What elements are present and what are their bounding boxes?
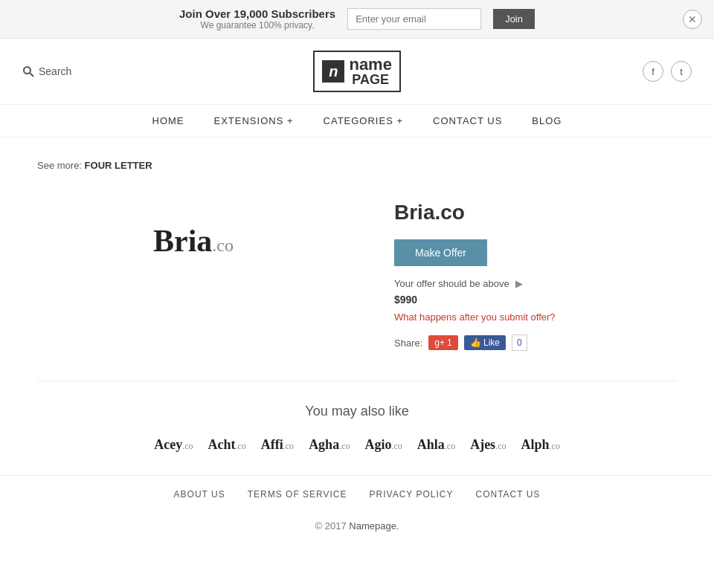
- see-more: See more: FOUR LETTER: [37, 160, 677, 171]
- gplus-icon: g+: [434, 337, 445, 348]
- domain-info: Bria.co Make Offer Your offer should be …: [394, 193, 677, 351]
- banner-subtitle: We guarantee 100% privacy.: [179, 20, 335, 30]
- search-icon: [22, 65, 34, 77]
- footer-copy: © 2017 Namepage.: [0, 513, 714, 546]
- footer-link-privacy[interactable]: PRIVACY POLICY: [370, 489, 454, 500]
- close-banner-button[interactable]: ✕: [683, 10, 702, 29]
- list-item[interactable]: Agio.co: [364, 437, 402, 453]
- offer-note: Your offer should be above ▶: [394, 278, 677, 289]
- nav-blog[interactable]: BLOG: [532, 115, 562, 126]
- list-item[interactable]: Alph.co: [521, 437, 559, 453]
- footer-links: ABOUT USTERMS OF SERVICEPRIVACY POLICYCO…: [0, 475, 714, 513]
- email-input[interactable]: [347, 8, 481, 30]
- main-nav: HOME EXTENSIONS + CATEGORIES + CONTACT U…: [0, 105, 714, 138]
- list-item[interactable]: Acey.co: [154, 437, 193, 453]
- top-banner: Join Over 19,000 Subscribers We guarante…: [0, 0, 714, 39]
- offer-arrow-icon: ▶: [515, 278, 523, 289]
- svg-point-0: [24, 67, 30, 74]
- list-item[interactable]: Ajes.co: [470, 437, 506, 453]
- copyright-year: © 2017: [315, 520, 347, 532]
- footer-link-contact[interactable]: CONTACT US: [475, 489, 540, 500]
- nav-extensions[interactable]: EXTENSIONS +: [214, 115, 294, 126]
- offer-price: $990: [394, 294, 677, 306]
- facebook-like-button[interactable]: 👍 Like: [464, 335, 506, 350]
- banner-text: Join Over 19,000 Subscribers We guarante…: [179, 7, 335, 30]
- domain-logo-text: Bria.co: [153, 223, 234, 259]
- also-like-heading: You may also like: [37, 404, 677, 419]
- search-area[interactable]: Search: [22, 65, 71, 77]
- footer-link-tos[interactable]: TERMS OF SERVICE: [248, 489, 347, 500]
- list-item[interactable]: Ahla.co: [417, 437, 455, 453]
- domain-display: Bria.co Bria.co Make Offer Your offer sh…: [37, 193, 677, 351]
- facebook-like-count: 0: [512, 335, 527, 351]
- join-button[interactable]: Join: [493, 9, 535, 29]
- domain-title: Bria.co: [394, 201, 677, 224]
- svg-line-1: [30, 73, 33, 77]
- google-plus-button[interactable]: g+ 1: [428, 335, 457, 350]
- facebook-icon[interactable]: f: [643, 61, 663, 82]
- header: Search n name PAGE f t: [0, 39, 714, 105]
- four-letter-link[interactable]: FOUR LETTER: [85, 160, 152, 171]
- also-like-section: You may also like Acey.coAcht.coAffi.coA…: [37, 381, 677, 453]
- list-item[interactable]: Agha.co: [309, 437, 350, 453]
- domain-logo-area: Bria.co: [37, 193, 350, 288]
- namepage-link[interactable]: Namepage.: [349, 520, 399, 532]
- logo[interactable]: n name PAGE: [313, 51, 400, 92]
- list-item[interactable]: Acht.co: [208, 437, 245, 453]
- nav-categories[interactable]: CATEGORIES +: [324, 115, 403, 126]
- what-happens-link[interactable]: What happens after you submit offer?: [394, 311, 677, 323]
- fb-like-icon: 👍 Like: [470, 337, 500, 348]
- footer-link-about[interactable]: ABOUT US: [174, 489, 225, 500]
- list-item[interactable]: Affi.co: [261, 437, 294, 453]
- twitter-icon[interactable]: t: [671, 61, 692, 82]
- share-area: Share: g+ 1 👍 Like 0: [394, 335, 677, 351]
- share-label: Share:: [394, 337, 422, 349]
- logo-text: name PAGE: [349, 56, 391, 86]
- domain-list: Acey.coAcht.coAffi.coAgha.coAgio.coAhla.…: [37, 437, 677, 453]
- logo-n: n: [322, 60, 344, 83]
- nav-home[interactable]: HOME: [152, 115, 184, 126]
- banner-title: Join Over 19,000 Subscribers: [179, 7, 335, 20]
- search-label: Search: [39, 65, 71, 77]
- main-content: See more: FOUR LETTER Bria.co Bria.co Ma…: [22, 160, 692, 453]
- make-offer-button[interactable]: Make Offer: [394, 239, 487, 266]
- nav-contact[interactable]: CONTACT US: [433, 115, 502, 126]
- logo-box: n name PAGE: [313, 51, 400, 92]
- social-area: f t: [643, 61, 692, 82]
